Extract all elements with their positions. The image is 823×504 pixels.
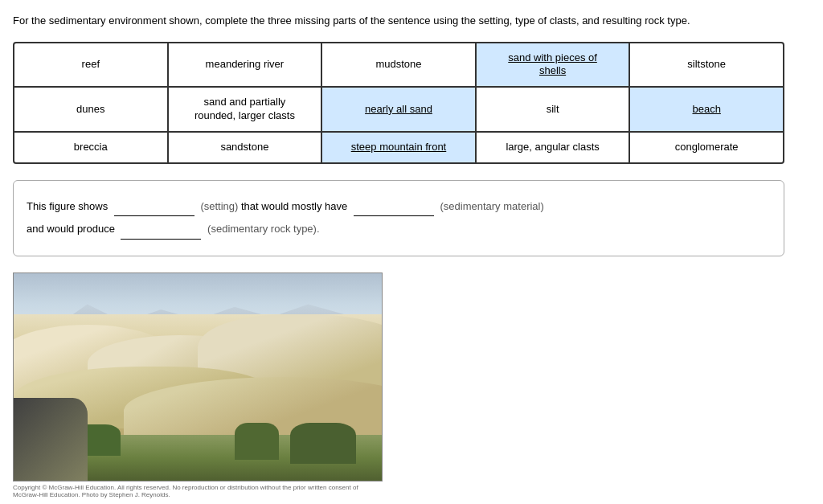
label-rock-type: (sedimentary rock type). [207, 223, 319, 235]
word-cell-meandering-river[interactable]: meandering river [169, 43, 323, 87]
photo-container: Copyright © McGraw-Hill Education. All r… [13, 272, 810, 498]
word-cell-breccia[interactable]: breccia [14, 133, 169, 162]
word-cell-sand-partially-rounded[interactable]: sand and partially rounded, larger clast… [169, 88, 323, 131]
word-bank-row-0: reefmeandering rivermudstonesand with pi… [14, 43, 783, 88]
sentence-line-1: This figure shows (setting) that would m… [27, 197, 771, 216]
word-cell-nearly-all-sand[interactable]: nearly all sand [322, 88, 477, 131]
word-cell-dunes[interactable]: dunes [14, 88, 169, 131]
word-cell-mudstone[interactable]: mudstone [322, 43, 477, 87]
label-setting: (setting) [200, 200, 238, 212]
sentence-part3: and would produce [27, 223, 115, 235]
word-cell-sandstone[interactable]: sandstone [169, 133, 323, 162]
word-bank-row-2: brecciasandstonesteep mountain frontlarg… [14, 133, 783, 162]
copyright-text: Copyright © McGraw-Hill Education. All r… [13, 484, 383, 498]
word-cell-beach[interactable]: beach [630, 88, 783, 131]
word-cell-reef[interactable]: reef [14, 43, 169, 87]
sentence-line-2: and would produce (sedimentary rock type… [27, 219, 771, 239]
word-cell-sand-pieces-shells[interactable]: sand with pieces of shells [477, 43, 631, 87]
word-cell-siltstone[interactable]: siltstone [630, 43, 783, 87]
blank-setting[interactable] [114, 197, 194, 216]
word-cell-steep-mountain-front[interactable]: steep mountain front [322, 133, 477, 162]
label-material: (sedimentary material) [440, 200, 543, 212]
sentence-box: This figure shows (setting) that would m… [13, 180, 784, 256]
word-cell-large-angular-clasts[interactable]: large, angular clasts [477, 133, 631, 162]
dunes-photo [13, 272, 383, 481]
blank-material[interactable] [354, 197, 434, 216]
sentence-part1: This figure shows [27, 200, 108, 212]
word-cell-conglomerate[interactable]: conglomerate [630, 133, 783, 162]
blank-rock-type[interactable] [121, 219, 201, 239]
word-bank-row-1: dunessand and partially rounded, larger … [14, 88, 783, 133]
word-bank: reefmeandering rivermudstonesand with pi… [13, 42, 784, 164]
sentence-part2: that would mostly have [241, 200, 347, 212]
instructions: For the sedimentary environment shown, c… [13, 13, 784, 29]
word-cell-silt[interactable]: silt [477, 88, 631, 131]
